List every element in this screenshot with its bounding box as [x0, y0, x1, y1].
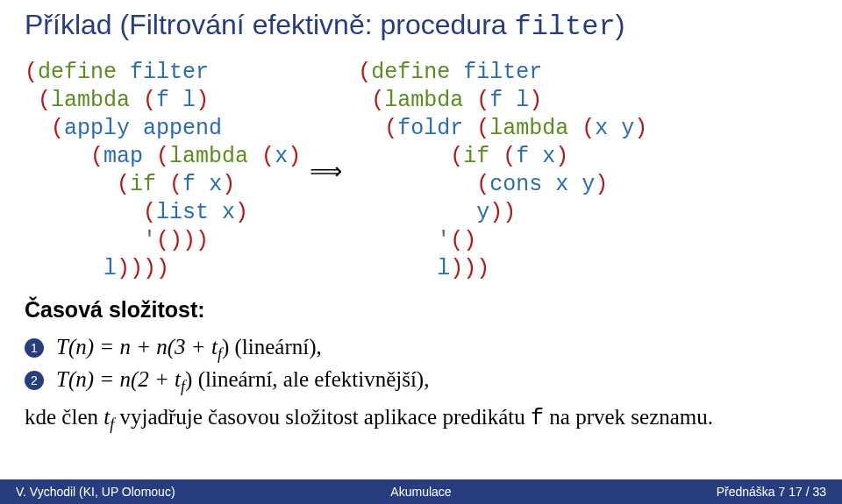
- title-code: filter: [514, 11, 615, 43]
- footnote-code: f: [531, 406, 544, 431]
- footer-bar: V. Vychodil (KI, UP Olomouc) Akumulace P…: [0, 479, 842, 504]
- footer-mid: Akumulace: [286, 485, 556, 499]
- footnote-post-b: na prvek seznamu.: [544, 405, 713, 429]
- enum-item: 2T(n) = n(2 + tf) (lineární, ale efektiv…: [25, 367, 817, 396]
- slide: Příklad (Filtrování efektivně: procedura…: [0, 0, 842, 504]
- complexity-heading: Časová složitost:: [25, 297, 817, 323]
- enum-text: T(n) = n(2 + tf) (lineární, ale efektivn…: [56, 367, 429, 396]
- footnote-post-a: vyjadřuje časovou složitost aplikace pre…: [114, 405, 531, 429]
- code-columns: (define filter (lambda (f l) (apply appe…: [25, 59, 817, 283]
- enum-text: T(n) = n + n(3 + tf) (lineární),: [56, 335, 322, 364]
- footer-left: V. Vychodil (KI, UP Olomouc): [0, 485, 286, 499]
- enum-number: 2: [25, 371, 44, 390]
- code-right: (define filter (lambda (f l) (foldr (lam…: [358, 59, 647, 283]
- title-prefix: Příklad (Filtrování efektivně: procedura: [25, 9, 514, 40]
- footnote: kde člen tf vyjadřuje časovou složitost …: [25, 405, 817, 434]
- slide-title: Příklad (Filtrování efektivně: procedura…: [25, 9, 817, 43]
- enumeration: 1T(n) = n + n(3 + tf) (lineární),2T(n) =…: [25, 335, 817, 396]
- footer-right: Přednáška 7 17 / 33: [556, 485, 842, 499]
- title-suffix: ): [616, 9, 625, 40]
- footnote-pre: kde člen: [25, 405, 103, 429]
- enum-number: 1: [25, 338, 44, 358]
- implies-arrow: ⟹: [301, 158, 358, 185]
- enum-item: 1T(n) = n + n(3 + tf) (lineární),: [25, 335, 817, 364]
- code-left: (define filter (lambda (f l) (apply appe…: [25, 59, 301, 283]
